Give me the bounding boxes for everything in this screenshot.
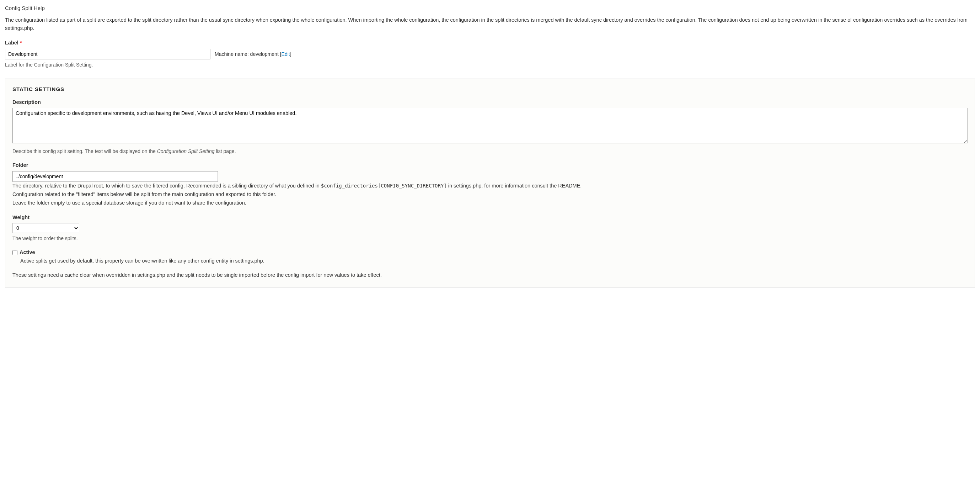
weight-select[interactable]: 0	[13, 223, 79, 233]
label-input[interactable]	[5, 49, 210, 59]
label-help-text: Label for the Configuration Split Settin…	[5, 61, 975, 69]
folder-help-line1-post: in settings.php, for more information co…	[447, 183, 582, 188]
help-title: Config Split Help	[5, 4, 975, 13]
description-textarea[interactable]: Configuration specific to development en…	[13, 108, 967, 143]
required-mark: *	[20, 40, 22, 46]
active-help: Active splits get used by default, this …	[20, 257, 967, 265]
cache-note: These settings need a cache clear when o…	[13, 272, 967, 279]
label-field-label: Label *	[5, 39, 975, 47]
description-help-italic: Configuration Split Setting	[157, 149, 215, 154]
active-checkbox[interactable]	[13, 250, 18, 255]
folder-help-line3: Leave the folder empty to use a special …	[13, 199, 967, 208]
folder-help-line1-code: $config_directories[CONFIG_SYNC_DIRECTOR…	[321, 183, 447, 188]
weight-label: Weight	[13, 214, 967, 222]
description-help-pre: Describe this config split setting. The …	[13, 149, 157, 154]
static-settings-fieldset: STATIC SETTINGS Description Configuratio…	[5, 78, 975, 288]
description-label: Description	[13, 99, 967, 106]
machine-name-edit-link[interactable]: Edit	[282, 51, 290, 57]
description-help: Describe this config split setting. The …	[13, 148, 967, 155]
folder-label: Folder	[13, 161, 967, 169]
description-help-post: list page.	[215, 149, 236, 154]
folder-help-line2: Configuration related to the "filtered" …	[13, 190, 967, 199]
machine-name-bracket-close: ]	[290, 51, 291, 57]
folder-input[interactable]	[13, 171, 218, 182]
folder-help-line1-pre: The directory, relative to the Drupal ro…	[13, 183, 321, 188]
active-label: Active	[19, 249, 35, 257]
help-text: The configuration listed as part of a sp…	[5, 16, 975, 33]
weight-help: The weight to order the splits.	[13, 235, 967, 242]
static-settings-legend: STATIC SETTINGS	[13, 85, 967, 94]
machine-name-display: Machine name: development [Edit]	[215, 51, 291, 58]
label-label-text: Label	[5, 40, 19, 46]
machine-name-value: development	[250, 51, 279, 57]
folder-help: The directory, relative to the Drupal ro…	[13, 182, 967, 208]
machine-name-prefix: Machine name:	[215, 51, 250, 57]
